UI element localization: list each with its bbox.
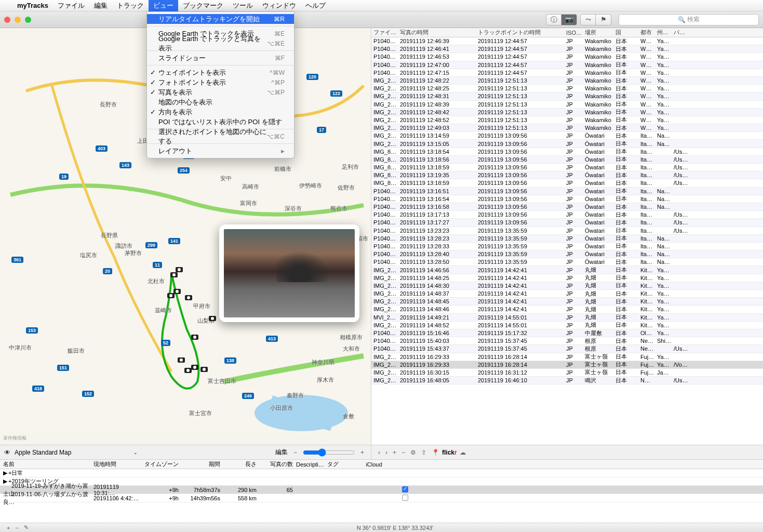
col-header[interactable]: iCloud: [358, 461, 390, 468]
settings-button[interactable]: ⚙: [408, 449, 419, 456]
close-window-button[interactable]: [4, 17, 10, 23]
track-row[interactable]: 2019-11-06-八ッ場ダムから渡良…20191106 4:42:…+9h1…: [0, 494, 763, 502]
table-row[interactable]: IMG_24…20191119 14:46:5620191119 14:42:4…: [371, 266, 763, 274]
photo-point-icon[interactable]: [170, 272, 178, 277]
table-row[interactable]: IMG_85…20191119 13:18:5420191119 13:09:5…: [371, 148, 763, 156]
prev-button[interactable]: ‹: [376, 449, 383, 456]
table-row[interactable]: P1040…20191119 13:28:2320191119 13:35:59…: [371, 235, 763, 243]
track-row[interactable]: ▶+日常: [0, 469, 763, 477]
table-row[interactable]: P1040…20191119 12:47:0020191119 12:44:57…: [371, 61, 763, 69]
menu-ウィンドウ[interactable]: ウィンドウ: [258, 0, 301, 11]
table-row[interactable]: P1040…20191119 13:28:3320191119 13:35:59…: [371, 243, 763, 250]
col-header[interactable]: パ…: [674, 29, 763, 36]
photo-point-icon[interactable]: [191, 365, 198, 370]
photo-point-icon[interactable]: [200, 367, 208, 372]
table-header[interactable]: ファイル名写真の時間トラックポイントの時間ISO…場所国都市州…パ…: [371, 28, 763, 37]
add-photo-button[interactable]: +: [390, 449, 399, 456]
minimize-window-button[interactable]: [15, 17, 21, 23]
table-row[interactable]: IMG_85…20191119 13:18:5620191119 13:09:5…: [371, 156, 763, 164]
col-header[interactable]: 期間: [182, 460, 223, 468]
table-row[interactable]: IMG_24…20191119 13:15:0520191119 13:09:5…: [371, 140, 763, 148]
menu-item[interactable]: POI ではないリスト表示中の POI を隠す: [147, 117, 294, 127]
zoom-in-button[interactable]: +: [358, 449, 367, 456]
table-row[interactable]: IMG_24…20191119 16:30:1520191119 16:31:1…: [371, 369, 763, 377]
table-row[interactable]: IMG_85…20191119 13:19:3520191119 13:09:5…: [371, 171, 763, 179]
share-button[interactable]: ⇪: [419, 449, 429, 456]
col-header[interactable]: 現地時間: [93, 460, 140, 468]
menu-トラック[interactable]: トラック: [112, 0, 149, 11]
col-header[interactable]: 長さ: [223, 460, 260, 468]
menu-item[interactable]: レイアウト▶: [147, 146, 294, 156]
table-row[interactable]: P1040…20191119 15:16:4620191119 15:17:32…: [371, 329, 763, 337]
map-edit-label[interactable]: 編集: [275, 448, 288, 457]
zoom-out-button[interactable]: −: [291, 449, 300, 456]
menu-item[interactable]: ✓方向を表示: [147, 107, 294, 117]
col-header[interactable]: 州…: [657, 29, 674, 36]
col-header[interactable]: 写真の時間: [400, 29, 478, 36]
col-header[interactable]: 国: [615, 29, 640, 36]
track-row[interactable]: 2019-11-19-みずがき湖から富士山20191119 10:31:…+9h…: [0, 486, 763, 494]
remove-photo-button[interactable]: −: [399, 449, 408, 456]
menu-編集[interactable]: 編集: [89, 0, 112, 11]
table-row[interactable]: IMG_24…20191119 14:48:4520191119 14:42:4…: [371, 298, 763, 305]
table-row[interactable]: P1040…20191119 13:28:5020191119 13:35:59…: [371, 258, 763, 266]
table-row[interactable]: P1040…20191119 13:17:2720191119 13:09:56…: [371, 219, 763, 227]
table-row[interactable]: P1040…20191119 15:40:0320191119 15:37:45…: [371, 337, 763, 345]
zoom-slider[interactable]: [303, 448, 355, 457]
menu-app[interactable]: myTracks: [12, 0, 53, 11]
photo-point-icon[interactable]: [209, 316, 216, 321]
menu-ファイル[interactable]: ファイル: [53, 0, 89, 11]
table-row[interactable]: P1040…20191119 12:46:5320191119 12:44:57…: [371, 53, 763, 61]
menu-item[interactable]: スライドショー⌘F: [147, 53, 294, 63]
table-row[interactable]: MVI_24…20191119 14:49:2120191119 14:55:0…: [371, 314, 763, 322]
table-row[interactable]: IMG_24…20191119 16:48:0520191119 16:46:1…: [371, 377, 763, 384]
table-row[interactable]: IMG_24…20191119 12:48:3120191119 12:51:1…: [371, 92, 763, 100]
photo-point-icon[interactable]: [167, 293, 175, 298]
remove-track-button[interactable]: −: [12, 525, 21, 531]
map-provider-select[interactable]: Apple Standard Map⌄: [15, 449, 138, 456]
table-row[interactable]: P1040…20191119 13:23:2320191119 13:35:59…: [371, 227, 763, 235]
photo-point-icon[interactable]: [191, 335, 198, 340]
table-row[interactable]: IMG_24…20191119 12:48:2520191119 12:51:1…: [371, 85, 763, 92]
info-button[interactable]: ⓘ: [546, 14, 561, 25]
col-header[interactable]: タグ: [327, 460, 358, 468]
col-header[interactable]: ISO…: [566, 30, 585, 36]
col-header[interactable]: Descripti…: [296, 461, 327, 468]
route-button[interactable]: ⤳: [580, 14, 596, 25]
menu-ブックマーク[interactable]: ブックマーク: [178, 0, 228, 11]
photo-popup[interactable]: [219, 224, 359, 322]
table-row[interactable]: P1040…20191119 12:46:3920191119 12:44:57…: [371, 37, 763, 45]
table-row[interactable]: IMG_24…20191119 16:29:3320191119 16:28:1…: [371, 361, 763, 369]
icloud-checkbox[interactable]: [402, 495, 408, 501]
flag-button[interactable]: ⚑: [596, 14, 611, 25]
table-row[interactable]: IMG_24…20191119 16:29:3320191119 16:28:1…: [371, 353, 763, 361]
menu-item[interactable]: ✓ウェイポイントを表示^⌘W: [147, 68, 294, 77]
table-row[interactable]: P1040…20191119 13:16:5820191119 13:09:56…: [371, 203, 763, 211]
menu-item[interactable]: ✓写真を表示⌥⌘P: [147, 87, 294, 97]
edit-track-button[interactable]: ✎: [21, 524, 31, 531]
col-header[interactable]: ファイル名: [371, 29, 400, 36]
col-header[interactable]: 写真の数: [260, 460, 296, 468]
table-row[interactable]: IMG_24…20191119 13:14:5920191119 13:09:5…: [371, 132, 763, 140]
table-row[interactable]: P1040…20191119 13:16:5120191119 13:09:56…: [371, 188, 763, 195]
add-track-button[interactable]: +: [4, 525, 12, 531]
photo-point-icon[interactable]: [178, 357, 185, 363]
flickr-button[interactable]: flickr: [442, 449, 457, 456]
table-row[interactable]: IMG_24…20191119 12:48:3920191119 12:51:1…: [371, 101, 763, 109]
pin-button[interactable]: 📍: [429, 449, 442, 456]
next-button[interactable]: ›: [383, 449, 390, 456]
table-row[interactable]: IMG_24…20191119 14:48:3720191119 14:42:4…: [371, 290, 763, 298]
icloud-checkbox[interactable]: [402, 486, 408, 493]
menu-item[interactable]: 地図の中心を表示: [147, 97, 294, 107]
photo-point-icon[interactable]: [184, 368, 192, 373]
table-row[interactable]: P1040…20191119 12:46:4120191119 12:44:57…: [371, 45, 763, 53]
search-input[interactable]: 🔍 検索: [619, 14, 759, 25]
table-row[interactable]: IMG_24…20191119 12:48:4220191119 12:51:1…: [371, 109, 763, 116]
table-row[interactable]: P1040…20191119 13:17:1320191119 13:09:56…: [371, 211, 763, 219]
table-row[interactable]: IMG_24…20191119 14:48:2520191119 14:42:4…: [371, 274, 763, 282]
col-header[interactable]: タイムゾーン: [140, 460, 182, 468]
table-row[interactable]: IMG_24…20191119 14:48:4620191119 14:42:4…: [371, 305, 763, 313]
photo-point-icon[interactable]: [176, 267, 183, 272]
eye-icon[interactable]: 👁: [4, 449, 10, 456]
menu-item[interactable]: ✓フォトポイントを表示^⌘P: [147, 77, 294, 87]
